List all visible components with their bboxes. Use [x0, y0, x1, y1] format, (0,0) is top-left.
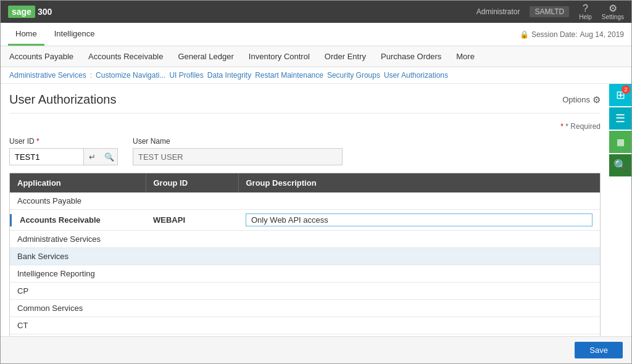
right-panel: ⊞ 2 ☰ ▦ 🔍 — [609, 84, 631, 176]
app-cell: Accounts Payable — [10, 192, 146, 210]
group-id-cell — [146, 248, 238, 265]
sage-version: 300 — [38, 7, 52, 17]
tab-home[interactable]: Home — [8, 23, 44, 46]
group-desc-cell: Only Web API access — [238, 210, 600, 231]
company-badge: SAMLTD — [530, 6, 569, 17]
group-id-cell — [146, 317, 238, 334]
menu-accounts-payable[interactable]: Accounts Payable — [8, 49, 75, 64]
table-row[interactable]: Administrative Services — [10, 231, 600, 248]
user-id-group: User ID * ↵ 🔍 — [9, 137, 118, 165]
group-id-cell — [146, 231, 238, 248]
sage-logo: sage — [8, 6, 35, 18]
user-id-required: * — [36, 137, 40, 146]
group-desc-value: Only Web API access — [246, 213, 592, 226]
user-id-search-button[interactable]: 🔍 — [101, 148, 118, 165]
user-name-label: User Name — [133, 137, 343, 146]
group-desc-cell — [238, 231, 600, 248]
group-id-cell — [146, 265, 238, 283]
app-cell: Bank Services — [10, 248, 146, 265]
breadcrumb-restart-maintenance[interactable]: Restart Maintenance — [255, 71, 323, 80]
page-header: User Authorizations Options ⚙ — [9, 93, 601, 114]
table-header-row: Application Group ID Group Description — [10, 173, 600, 192]
app-cell: CP — [10, 283, 146, 300]
menu-more[interactable]: More — [455, 49, 476, 64]
group-desc-cell — [238, 317, 600, 334]
menu-accounts-receivable[interactable]: Accounts Receivable — [87, 49, 164, 64]
app-cell: Common Services — [10, 300, 146, 317]
help-icon: ? — [583, 4, 588, 14]
table-row[interactable]: Common Services — [10, 300, 600, 317]
menu-general-ledger[interactable]: General Ledger — [177, 49, 235, 64]
breadcrumb: Administrative Services : Customize Navi… — [1, 67, 631, 84]
group-desc-cell — [238, 283, 600, 300]
nav-tabs: Home Intelligence — [8, 23, 102, 46]
user-id-input-group: ↵ 🔍 — [9, 148, 118, 165]
breadcrumb-ui-profiles[interactable]: UI Profiles — [169, 71, 203, 80]
table-row[interactable]: Bank Services — [10, 248, 600, 265]
breadcrumb-customize-nav[interactable]: Customize Navigati... — [96, 71, 165, 80]
save-button[interactable]: Save — [575, 342, 623, 358]
top-bar: sage 300 Administrator SAMLTD ? Help ⚙ S… — [1, 1, 631, 23]
breadcrumb-sep-1: : — [90, 71, 92, 80]
group-id-cell — [146, 192, 238, 210]
applications-table-wrapper[interactable]: Application Group ID Group Description A… — [9, 173, 601, 339]
menu-bar: Accounts Payable Accounts Receivable Gen… — [1, 46, 631, 67]
session-date-label: Session Date: — [531, 30, 578, 39]
options-gear-icon: ⚙ — [592, 94, 601, 105]
settings-label: Settings — [602, 14, 624, 20]
group-desc-cell — [238, 192, 600, 210]
panel-btn-2[interactable]: ☰ — [609, 107, 631, 130]
active-row-indicator — [10, 214, 12, 226]
lock-icon: 🔒 — [520, 30, 529, 39]
logo-area: sage 300 — [8, 6, 52, 18]
search-icon: 🔍 — [613, 159, 627, 172]
app-cell: Intelligence Reporting — [10, 265, 146, 283]
breadcrumb-user-auth[interactable]: User Authorizations — [384, 71, 448, 80]
table-row[interactable]: CP — [10, 283, 600, 300]
panel-icon-3: ▦ — [617, 137, 625, 147]
session-date-value: Aug 14, 2019 — [580, 30, 624, 39]
col-group-id: Group ID — [146, 173, 238, 192]
user-name-input[interactable] — [133, 148, 343, 165]
user-name-group: User Name — [133, 137, 343, 165]
group-id-cell — [146, 283, 238, 300]
breadcrumb-admin-services[interactable]: Administrative Services — [9, 71, 86, 80]
footer: Save — [1, 336, 631, 363]
user-id-label: User ID * — [9, 137, 118, 146]
menu-order-entry[interactable]: Order Entry — [323, 49, 367, 64]
user-id-input[interactable] — [9, 148, 83, 165]
user-id-enter-button[interactable]: ↵ — [83, 148, 101, 165]
administrator-button[interactable]: Administrator — [476, 7, 520, 16]
panel-btn-1[interactable]: ⊞ 2 — [609, 84, 631, 106]
app-cell: CT — [10, 317, 146, 334]
page-title: User Authorizations — [9, 93, 116, 107]
table-row[interactable]: CT — [10, 317, 600, 334]
required-star: * — [560, 122, 563, 131]
panel-btn-3[interactable]: ▦ — [609, 131, 631, 153]
nav-tabs-bar: Home Intelligence 🔒 Session Date: Aug 14… — [1, 23, 631, 46]
group-id-cell: WEBAPI — [146, 210, 238, 231]
table-row[interactable]: Accounts Payable — [10, 192, 600, 210]
breadcrumb-data-integrity[interactable]: Data Integrity — [207, 71, 251, 80]
form-row: User ID * ↵ 🔍 User Name — [9, 137, 601, 165]
options-label: Options — [562, 95, 590, 104]
options-button[interactable]: Options ⚙ — [562, 94, 601, 105]
panel-badge-1: 2 — [622, 85, 630, 94]
col-group-desc: Group Description — [238, 173, 600, 192]
settings-icon: ⚙ — [609, 4, 617, 14]
breadcrumb-security-groups[interactable]: Security Groups — [327, 71, 380, 80]
panel-btn-4[interactable]: 🔍 — [609, 154, 631, 176]
table-row[interactable]: Accounts ReceivableWEBAPIOnly Web API ac… — [10, 210, 600, 231]
app-cell: Administrative Services — [10, 231, 146, 248]
group-desc-cell — [238, 300, 600, 317]
menu-purchase-orders[interactable]: Purchase Orders — [380, 49, 443, 64]
table-row[interactable]: Intelligence Reporting — [10, 265, 600, 283]
app-cell: Accounts Receivable — [10, 210, 146, 231]
top-bar-right: Administrator SAMLTD ? Help ⚙ Settings — [476, 4, 624, 20]
group-desc-cell — [238, 265, 600, 283]
menu-inventory-control[interactable]: Inventory Control — [247, 49, 311, 64]
col-application: Application — [10, 173, 146, 192]
tab-intelligence[interactable]: Intelligence — [47, 23, 102, 46]
settings-button[interactable]: ⚙ Settings — [602, 4, 624, 20]
help-button[interactable]: ? Help — [579, 4, 592, 20]
